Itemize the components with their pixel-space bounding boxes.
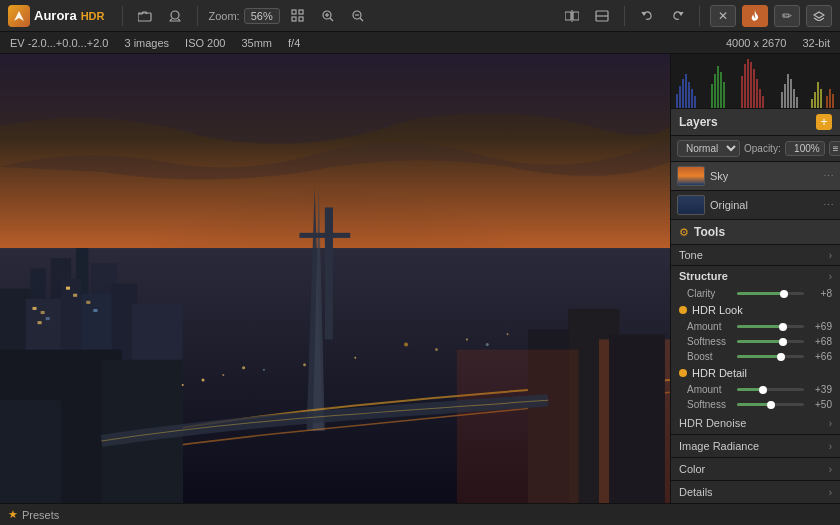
- svg-point-1: [171, 11, 179, 19]
- svg-point-58: [466, 338, 468, 340]
- details-item[interactable]: Details ›: [671, 481, 840, 503]
- svg-rect-91: [820, 89, 822, 109]
- structure-chevron: ›: [829, 271, 832, 282]
- tone-item[interactable]: Tone ›: [671, 245, 840, 266]
- layers-header: Layers +: [671, 109, 840, 136]
- svg-rect-2: [292, 10, 296, 14]
- histogram: [671, 54, 840, 109]
- clarity-label: Clarity: [687, 288, 733, 299]
- svg-rect-72: [720, 72, 722, 109]
- bottom-bar: ★ Presets: [0, 503, 840, 525]
- image-radiance-item[interactable]: Image Radiance ›: [671, 435, 840, 458]
- svg-rect-38: [73, 294, 77, 297]
- hdr-look-boost-track[interactable]: [737, 355, 804, 358]
- blend-mode-select[interactable]: Normal: [677, 140, 740, 157]
- hdr-look-header[interactable]: HDR Look: [671, 301, 840, 319]
- svg-rect-33: [32, 307, 36, 310]
- presets-label: Presets: [22, 509, 59, 521]
- opacity-input[interactable]: [785, 141, 825, 156]
- color-item[interactable]: Color ›: [671, 458, 840, 481]
- hdr-look-softness-track[interactable]: [737, 340, 804, 343]
- svg-rect-81: [762, 96, 764, 109]
- clarity-track[interactable]: [737, 292, 804, 295]
- svg-rect-70: [714, 74, 716, 109]
- svg-rect-40: [93, 309, 97, 312]
- svg-rect-75: [744, 64, 746, 109]
- svg-rect-84: [787, 74, 789, 109]
- zoom-value[interactable]: 56%: [244, 8, 280, 24]
- app-name: Aurora: [34, 8, 77, 23]
- layers-title: Layers: [679, 115, 718, 129]
- svg-rect-26: [299, 233, 350, 238]
- layer-menu-button[interactable]: ≡: [829, 141, 840, 156]
- clarity-slider-row: Clarity +8: [671, 286, 840, 301]
- layers-tool[interactable]: [806, 5, 832, 27]
- svg-point-53: [182, 384, 184, 386]
- view-toggle-button[interactable]: [590, 4, 614, 28]
- bit-depth: 32-bit: [802, 37, 830, 49]
- presets-bar[interactable]: ★ Presets: [8, 508, 59, 521]
- svg-line-7: [330, 18, 333, 21]
- hdr-detail-header[interactable]: HDR Detail: [671, 364, 840, 382]
- hdr-look-boost-label: Boost: [687, 351, 733, 362]
- svg-rect-62: [676, 94, 678, 109]
- zoom-in-button[interactable]: [316, 4, 340, 28]
- tools-title: Tools: [694, 225, 725, 239]
- toolbar-separator-2: [197, 6, 198, 26]
- hdr-denoise-item[interactable]: HDR Denoise ›: [671, 412, 840, 435]
- hdr-look-amount-track[interactable]: [737, 325, 804, 328]
- svg-rect-83: [784, 84, 786, 109]
- hdr-look-softness-row: Softness +68: [671, 334, 840, 349]
- svg-point-54: [303, 363, 306, 366]
- hdr-detail-softness-track[interactable]: [737, 403, 804, 406]
- redo-button[interactable]: [665, 4, 689, 28]
- hdr-detail-label: HDR Detail: [692, 367, 747, 379]
- logo-icon: [8, 5, 30, 27]
- compare-button[interactable]: [560, 4, 584, 28]
- svg-rect-39: [86, 301, 90, 304]
- hdr-detail-softness-value: +50: [808, 399, 832, 410]
- svg-rect-94: [832, 94, 834, 109]
- undo-button[interactable]: [635, 4, 659, 28]
- eraser-tool[interactable]: ✕: [710, 5, 736, 27]
- svg-rect-65: [685, 74, 687, 109]
- add-layer-button[interactable]: +: [816, 114, 832, 130]
- layer-sky[interactable]: Sky ⋯: [671, 162, 840, 191]
- layer-original[interactable]: Original ⋯: [671, 191, 840, 220]
- layer-sky-options[interactable]: ⋯: [823, 170, 834, 183]
- svg-rect-88: [811, 99, 813, 109]
- svg-rect-64: [682, 79, 684, 109]
- svg-rect-36: [46, 317, 50, 320]
- layer-original-options[interactable]: ⋯: [823, 199, 834, 212]
- hdr-detail-amount-track[interactable]: [737, 388, 804, 391]
- svg-rect-63: [679, 86, 681, 109]
- svg-rect-3: [299, 10, 303, 14]
- pen-tool[interactable]: ✏: [774, 5, 800, 27]
- hdr-look-label: HDR Look: [692, 304, 743, 316]
- flame-tool[interactable]: [742, 5, 768, 27]
- hdr-look-amount-row: Amount +69: [671, 319, 840, 334]
- ev-info: EV -2.0...+0.0...+2.0: [10, 37, 108, 49]
- svg-rect-78: [753, 69, 755, 109]
- open-file-button[interactable]: [133, 4, 157, 28]
- svg-point-52: [263, 369, 265, 371]
- svg-rect-4: [292, 17, 296, 21]
- svg-rect-48: [457, 350, 579, 503]
- export-button[interactable]: [163, 4, 187, 28]
- layer-sky-thumb: [677, 166, 705, 186]
- zoom-out-button[interactable]: [346, 4, 370, 28]
- svg-rect-37: [66, 287, 70, 290]
- hdr-denoise-label: HDR Denoise: [679, 417, 746, 429]
- details-chevron: ›: [829, 487, 832, 498]
- svg-rect-77: [750, 62, 752, 109]
- structure-header[interactable]: Structure ›: [671, 266, 840, 286]
- zoom-fit-button[interactable]: [286, 4, 310, 28]
- svg-rect-85: [790, 79, 792, 109]
- details-label: Details: [679, 486, 713, 498]
- tools-header[interactable]: ⚙ Tools: [671, 220, 840, 245]
- image-radiance-chevron: ›: [829, 441, 832, 452]
- image-area[interactable]: [0, 54, 670, 503]
- info-bar: EV -2.0...+0.0...+2.0 3 images ISO 200 3…: [0, 32, 840, 54]
- svg-rect-90: [817, 82, 819, 109]
- toolbar-separator-3: [624, 6, 625, 26]
